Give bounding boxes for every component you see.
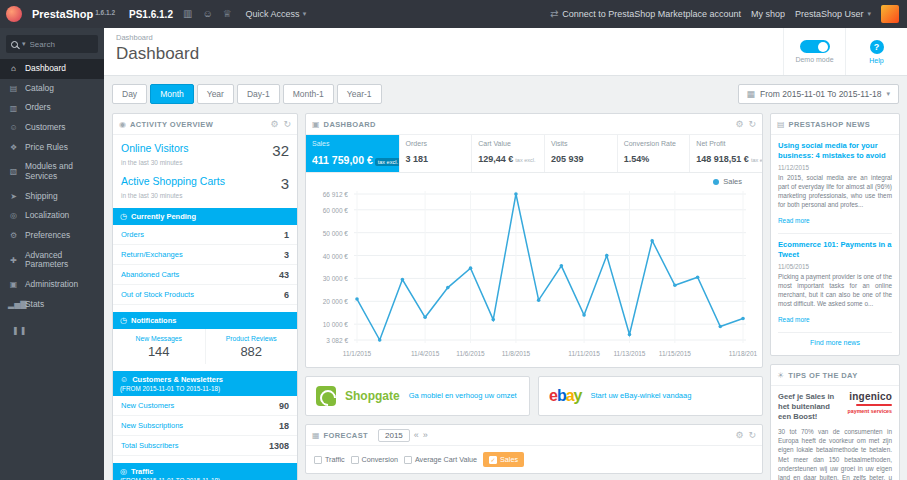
chart-legend[interactable]: Sales <box>713 177 742 186</box>
range-button-day-1[interactable]: Day-1 <box>237 84 280 104</box>
range-buttons: Day Month Year Day-1 Month-1 Year-1 <box>112 84 382 104</box>
customers-newsletters-titleline: ☺ Customers & Newsletters <box>120 375 223 384</box>
ebay-link[interactable]: Start uw eBay-winkel vandaag <box>591 391 692 401</box>
range-button-year[interactable]: Year <box>197 84 234 104</box>
ebay-logo: ebay <box>549 388 582 404</box>
ebay-letter: y <box>574 387 582 404</box>
refresh-icon[interactable]: ↻ <box>748 430 756 440</box>
sidebar-item-localization[interactable]: ◎ Localization <box>0 206 104 226</box>
forecast-toggle-conversion[interactable]: Conversion <box>351 455 398 464</box>
tips-panel-title: TIPS OF THE DAY <box>788 371 857 380</box>
user-avatar[interactable] <box>881 5 899 23</box>
y-axis-tick-label: 30 000 € <box>323 275 348 282</box>
legend-dot <box>713 179 719 185</box>
sidebar-item-label: Administration <box>25 280 78 290</box>
checkbox-icon[interactable] <box>314 456 322 464</box>
date-range-picker[interactable]: ▦ From 2015-11-01 To 2015-11-18 ▾ <box>738 84 899 104</box>
news-article-title[interactable]: Ecommerce 101: Payments in a Tweet <box>778 240 892 260</box>
sidebar-item-price-rules[interactable]: ❖ Price Rules <box>0 138 104 158</box>
total-subscribers-link[interactable]: Total Subscribers <box>121 441 179 450</box>
sidebar-item-stats[interactable]: ▂▅▇ Stats <box>0 295 104 315</box>
checkbox-icon[interactable] <box>351 456 359 464</box>
gear-icon[interactable]: ⚙ <box>270 119 278 129</box>
checkbox-icon[interactable]: ✓ <box>489 456 497 464</box>
my-shop-link[interactable]: My shop <box>751 9 785 19</box>
pending-orders-value: 1 <box>284 230 289 240</box>
range-button-day[interactable]: Day <box>112 84 147 104</box>
sidebar-search[interactable]: ▾ <box>6 35 98 53</box>
kpi-visits[interactable]: Visits 205 939 <box>545 135 618 172</box>
sidebar-item-modules[interactable]: ▧ Modules and Services <box>0 157 104 186</box>
ebay-letter: b <box>557 387 566 404</box>
shop-name[interactable]: PS1.6.1.2 <box>129 9 173 20</box>
pending-orders-link[interactable]: Orders <box>121 230 144 239</box>
sidebar-item-advanced-parameters[interactable]: ✚ Advanced Parameters <box>0 246 104 275</box>
refresh-icon[interactable]: ↻ <box>748 119 756 129</box>
abandoned-carts-link[interactable]: Abandoned Carts <box>121 270 179 279</box>
kpi-net-profit[interactable]: Net Profit 148 918,51 €tax excl. <box>690 135 762 172</box>
active-carts-link[interactable]: Active Shopping Carts <box>121 175 225 187</box>
marketplace-link[interactable]: ⇄ Connect to PrestaShop Marketplace acco… <box>550 9 741 19</box>
range-button-year-1[interactable]: Year-1 <box>337 84 382 104</box>
tips-headline-link[interactable]: Geef je Sales in het buitenland een Boos… <box>778 392 835 422</box>
x-axis-tick-label: 11/11/2015 <box>568 350 600 357</box>
sidebar-item-administration[interactable]: ▣ Administration <box>0 275 104 295</box>
kpi-conversion-rate[interactable]: Conversion Rate 1.54% <box>618 135 691 172</box>
range-button-month-1[interactable]: Month-1 <box>283 84 334 104</box>
gear-icon[interactable]: ⚙ <box>735 430 743 440</box>
online-visitors-link[interactable]: Online Visitors <box>121 142 189 154</box>
pending-returns-link[interactable]: Return/Exchanges <box>121 250 183 259</box>
search-input[interactable] <box>30 40 82 49</box>
news-article-title[interactable]: Using social media for your business: 4 … <box>778 141 892 161</box>
kpi-sales[interactable]: Sales 411 759,00 €tax excl. <box>306 135 400 172</box>
new-subscriptions-link[interactable]: New Subscriptions <box>121 421 183 430</box>
find-more-news-link[interactable]: Find more news <box>778 332 892 351</box>
read-more-link[interactable]: Read more <box>778 217 810 224</box>
kpi-cart-value[interactable]: Cart Value 129,44 €tax excl. <box>472 135 545 172</box>
quick-access-menu[interactable]: Quick Access ▾ <box>246 9 307 19</box>
forecast-toggle-average-cart-value[interactable]: Average Cart Value <box>404 455 477 464</box>
previous-year-button[interactable]: « <box>414 430 419 440</box>
sidebar-item-orders[interactable]: ▥ Orders <box>0 98 104 118</box>
trophy-icon[interactable]: ♕ <box>223 9 232 19</box>
sidebar-item-dashboard[interactable]: ⌂ Dashboard <box>0 59 104 79</box>
news-article-date: 11/12/2015 <box>778 164 892 171</box>
new-customers-link[interactable]: New Customers <box>121 401 174 410</box>
checkbox-icon[interactable] <box>404 456 412 464</box>
sidebar-item-preferences[interactable]: ⚙ Preferences <box>0 226 104 246</box>
new-messages-cell[interactable]: New Messages 144 <box>113 329 205 364</box>
refresh-icon[interactable]: ↻ <box>283 119 291 129</box>
product-reviews-cell[interactable]: Product Reviews 882 <box>205 329 298 364</box>
kpi-value: 1.54% <box>624 154 684 164</box>
kpi-tax-note: tax excl. <box>515 157 535 163</box>
cart-icon[interactable]: ▥ <box>183 9 192 19</box>
sidebar-item-catalog[interactable]: ▤ Catalog <box>0 79 104 99</box>
kpi-strip: Sales 411 759,00 €tax excl. Orders 3 181… <box>306 135 762 173</box>
read-more-link[interactable]: Read more <box>778 316 810 323</box>
range-button-month[interactable]: Month <box>150 84 194 104</box>
sidebar-item-customers[interactable]: ☺ Customers <box>0 118 104 138</box>
demo-mode-toggle[interactable] <box>800 40 830 53</box>
page-header: Dashboard Dashboard Demo mode ? Help <box>104 28 907 76</box>
kpi-orders[interactable]: Orders 3 181 <box>400 135 473 172</box>
out-of-stock-link[interactable]: Out of Stock Products <box>121 290 194 299</box>
online-visitors-value: 32 <box>272 142 289 159</box>
next-year-button[interactable]: » <box>423 430 428 440</box>
person-icon[interactable]: ☺ <box>202 9 212 19</box>
ingenico-logo[interactable]: ingenico payment services <box>848 392 892 414</box>
prestashop-logo[interactable] <box>6 6 22 22</box>
sidebar-collapse-button[interactable]: ❚❚ <box>0 314 104 335</box>
gear-icon[interactable]: ⚙ <box>735 119 743 129</box>
help-icon[interactable]: ? <box>870 40 884 54</box>
forecast-year-select[interactable]: 2015 <box>378 429 410 442</box>
kpi-amount: 148 918,51 € <box>696 154 749 164</box>
shopgate-link[interactable]: Ga mobiel en verhoog uw omzet <box>409 391 517 401</box>
forecast-toggle-traffic[interactable]: Traffic <box>314 455 345 464</box>
tips-top-row: Geef je Sales in het buitenland een Boos… <box>778 392 892 422</box>
help-control[interactable]: ? Help <box>845 28 907 75</box>
forecast-toggle-sales[interactable]: ✓ Sales <box>483 452 524 467</box>
user-menu[interactable]: PrestaShop User ▾ <box>795 9 871 19</box>
ebay-ad[interactable]: ebay Start uw eBay-winkel vandaag <box>538 376 763 416</box>
sidebar-item-shipping[interactable]: ➤ Shipping <box>0 187 104 207</box>
shopgate-ad[interactable]: Shopgate Ga mobiel en verhoog uw omzet <box>305 376 530 416</box>
